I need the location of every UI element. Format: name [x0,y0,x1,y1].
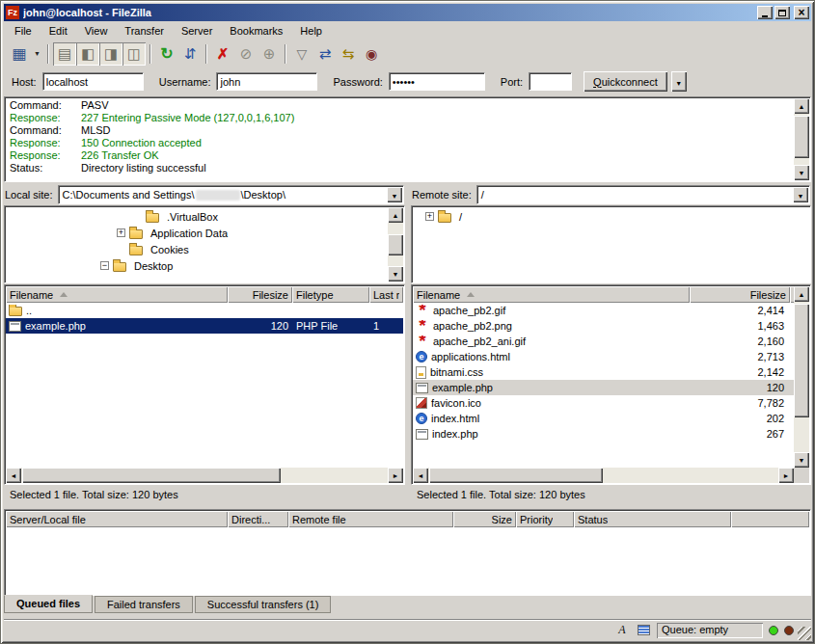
file-size: 1,463 [690,320,790,332]
toggle-local-tree-icon[interactable] [76,42,99,66]
menu-item[interactable]: Help [291,23,331,39]
column-header[interactable]: Priority [516,511,574,527]
combo-dropdown-button[interactable] [387,187,402,202]
column-header-label: Remote file [292,514,346,525]
column-header[interactable]: Directi... [228,511,288,527]
queue-tab-label: Queued files [16,598,80,609]
directory-listing-filters-icon[interactable] [290,42,313,66]
file-size: 2,414 [690,305,790,316]
remote-site-combobox[interactable]: / [476,185,810,204]
column-header[interactable]: Filetype [292,286,369,303]
file-name-cell: apache_pb2.png [413,320,690,333]
quickconnect-dropdown-button[interactable] [671,71,687,92]
file-row[interactable]: applications.html 2,713 [413,349,794,364]
synchronized-browsing-icon[interactable] [337,42,360,66]
scroll-right-icon[interactable] [778,468,794,483]
file-row[interactable]: example.php 120 PHP File 1 [6,318,403,334]
column-header[interactable]: Filename [413,286,690,303]
scroll-down-icon[interactable] [388,266,403,282]
file-row[interactable]: index.html 202 [413,411,794,426]
column-header[interactable]: Server/Local file [6,511,228,527]
quickconnect-button[interactable]: Quickconnect [584,71,667,92]
tree-expander[interactable]: + [117,228,125,237]
site-manager-icon[interactable] [8,42,31,66]
scroll-up-icon[interactable] [794,286,809,302]
process-queue-icon[interactable] [178,42,202,66]
title-bar[interactable]: Fz john@localhost - FileZilla [4,4,811,21]
toggle-message-log-icon[interactable] [53,42,76,66]
toggle-transfer-queue-icon[interactable] [122,42,146,66]
tree-item[interactable]: + / [412,208,810,225]
menu-item[interactable]: File [6,23,41,39]
password-input[interactable] [389,72,485,91]
scrollbar-thumb[interactable] [388,234,403,255]
scroll-left-icon[interactable] [413,468,428,483]
file-row[interactable]: index.php 267 [413,426,794,442]
queue-tab[interactable]: Queued files [4,595,93,613]
directory-comparison-icon[interactable] [313,42,337,66]
scroll-right-icon[interactable] [388,468,403,483]
host-input[interactable] [42,72,144,91]
column-header[interactable]: Remote file [288,511,453,527]
queue-tab[interactable]: Failed transfers [95,596,193,613]
scroll-up-icon[interactable] [388,207,403,223]
column-header[interactable]: Last modified [369,286,403,303]
combo-dropdown-button[interactable] [793,187,808,202]
file-row[interactable]: apache_pb2_ani.gif 2,160 [413,334,794,349]
tree-item[interactable]: − Desktop [5,257,404,274]
resize-grip[interactable] [798,627,811,640]
toggle-remote-tree-icon[interactable] [99,42,122,66]
local-file-list: FilenameFilesizeFiletypeLast modified ..… [4,284,405,485]
scroll-down-icon[interactable] [794,452,809,468]
file-row[interactable]: bitnami.css 2,142 [413,364,794,380]
username-input[interactable] [216,72,317,91]
menu-item[interactable]: Transfer [116,23,173,39]
minimize-button[interactable] [757,6,773,19]
cancel-icon[interactable] [211,42,234,66]
local-site-combobox[interactable]: C:\Documents and Settings\\Desktop\ [58,185,404,204]
scrollbar-thumb[interactable] [794,116,809,158]
reconnect-icon[interactable] [258,42,281,66]
tree-item[interactable]: + Application Data [5,225,404,241]
scroll-left-icon[interactable] [6,468,21,483]
file-row[interactable]: .. [6,303,403,318]
menu-item[interactable]: View [76,23,117,39]
scrollbar-thumb[interactable] [794,304,809,417]
file-row[interactable]: example.php 120 [413,380,794,395]
menu-item[interactable]: Server [173,23,221,39]
scrollbar-thumb[interactable] [22,468,281,483]
refresh-icon[interactable] [155,42,178,66]
column-header[interactable]: Filesize [228,286,292,303]
disconnect-icon[interactable] [234,42,258,66]
tree-expander[interactable]: + [425,212,434,221]
site-manager-dropdown-icon[interactable] [31,42,43,66]
column-header[interactable]: Status [574,511,731,527]
tree-expander[interactable]: − [100,261,109,270]
column-header[interactable]: Filesize [690,286,790,303]
remote-list-horizontal-scrollbar[interactable] [413,468,794,483]
local-list-horizontal-scrollbar[interactable] [6,468,403,483]
queue-tab-label: Successful transfers (1) [207,599,319,610]
column-header[interactable]: Filename [6,286,228,303]
menu-item[interactable]: Edit [41,23,76,39]
tree-item[interactable]: Cookies [5,241,404,257]
column-header[interactable]: Size [453,511,516,527]
menu-item[interactable]: Bookmarks [221,23,291,39]
file-row[interactable]: apache_pb2.png 1,463 [413,318,794,334]
transfer-queue-list[interactable] [6,527,809,594]
log-vertical-scrollbar[interactable] [794,98,809,180]
scroll-up-icon[interactable] [794,98,809,114]
tree-item[interactable]: .VirtualBox [5,208,404,225]
file-row[interactable]: apache_pb2.gif 2,414 [413,303,794,318]
local-tree-vertical-scrollbar[interactable] [388,207,403,282]
scroll-down-icon[interactable] [794,165,809,180]
find-files-icon[interactable] [360,42,383,66]
remote-list-vertical-scrollbar[interactable] [794,286,809,468]
maximize-button[interactable] [774,6,790,19]
scrollbar-thumb[interactable] [429,468,603,483]
file-name-cell: apache_pb2_ani.gif [413,335,690,348]
file-row[interactable]: favicon.ico 7,782 [413,395,794,411]
queue-tab[interactable]: Successful transfers (1) [195,596,332,613]
port-input[interactable] [529,72,572,91]
close-button[interactable] [794,6,809,19]
